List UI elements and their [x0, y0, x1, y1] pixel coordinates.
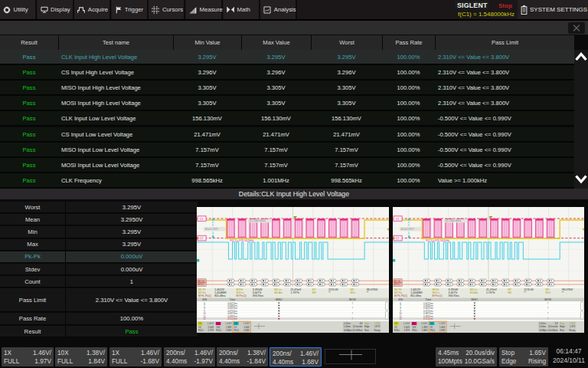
svg-text:Rising: Rising — [374, 329, 381, 332]
svg-text:1.84V: 1.84V — [226, 329, 232, 332]
svg-text:12: 12 — [399, 317, 402, 320]
svg-text:1.00V/: 1.00V/ — [439, 322, 446, 325]
svg-text:4.5102ms: 4.5102ms — [227, 317, 237, 320]
svg-text:Δ1=3.291V: Δ1=3.291V — [205, 228, 219, 231]
svg-text:-1.68V: -1.68V — [439, 329, 446, 332]
svg-text:FULL: FULL — [430, 329, 436, 332]
svg-text:5.00ms: 5.00ms — [539, 326, 547, 329]
svg-text:FULL: FULL — [234, 329, 240, 332]
svg-text:Stop: Stop — [560, 322, 564, 325]
svg-text:M:Per(2): M:Per(2) — [432, 294, 442, 297]
svg-text:T: T — [352, 312, 354, 315]
svg-text:S/N: S/N — [202, 298, 207, 301]
svg-text:C2: C2 — [200, 237, 204, 240]
svg-text:1.00V/: 1.00V/ — [421, 322, 428, 325]
svg-text:394.95ns: 394.95ns — [449, 294, 459, 297]
svg-text:MISO: MISO — [276, 298, 283, 301]
svg-text:1.00V/: 1.00V/ — [243, 322, 250, 325]
svg-text:Δ1=3.291V: Δ1=3.291V — [401, 228, 415, 231]
svg-text:1.97V: 1.97V — [208, 329, 214, 332]
svg-text:Time: Time — [230, 298, 236, 301]
svg-text:4.5102ms: 4.5102ms — [423, 317, 433, 320]
svg-text:C1: C1 — [200, 218, 204, 221]
svg-text:Time: Time — [426, 298, 432, 301]
svg-text:1.65V: 1.65V — [570, 322, 575, 325]
svg-text:100Mpts: 100Mpts — [344, 329, 352, 332]
svg-text:394.95ns: 394.95ns — [253, 294, 263, 297]
svg-text:C3: C3 — [234, 322, 237, 325]
svg-text:20.0us/div: 20.0us/div — [353, 326, 363, 329]
svg-text:Edge: Edge — [560, 326, 565, 329]
svg-text:1.97V: 1.97V — [404, 329, 410, 332]
svg-text:MISO: MISO — [394, 283, 401, 286]
svg-text:4.45ms: 4.45ms — [539, 322, 547, 325]
svg-text:4.45ms: 4.45ms — [344, 322, 351, 325]
svg-text:T: T — [547, 307, 549, 310]
svg-text:Rising: Rising — [570, 329, 576, 332]
svg-text:C2: C2 — [396, 237, 400, 240]
svg-text:C1: C1 — [396, 218, 400, 221]
svg-text:Rise: Rise — [560, 329, 564, 332]
svg-text:S/N: S/N — [398, 298, 403, 301]
svg-text:65f: 65f — [555, 322, 558, 325]
svg-text:FULL: FULL — [198, 329, 204, 332]
svg-text:C2: C2 — [217, 322, 220, 325]
svg-text:T: T — [547, 312, 549, 315]
svg-text:t(1-2)=2.60us: t(1-2)=2.60us — [250, 220, 266, 223]
svg-text:1.00V/: 1.00V/ — [225, 322, 232, 325]
svg-text:T: T — [352, 307, 354, 310]
svg-text:M8: M8 — [508, 291, 511, 294]
svg-text:MISO: MISO — [471, 298, 478, 301]
svg-text:20.0us/div: 20.0us/div — [548, 326, 558, 329]
svg-text:1.797%: 1.797% — [290, 291, 299, 294]
svg-text:10.0GSa/s: 10.0GSa/s — [352, 329, 363, 332]
svg-text:5.00ms: 5.00ms — [344, 326, 351, 329]
svg-text:MOSI: MOSI — [349, 298, 356, 301]
svg-text:M10: M10 — [546, 291, 551, 294]
svg-text:65f: 65f — [360, 322, 363, 325]
svg-text:M:Pk-Pk(1): M:Pk-Pk(1) — [394, 294, 407, 297]
svg-text:FULL: FULL — [216, 329, 222, 332]
svg-text:T: T — [547, 302, 549, 305]
svg-text:10.0GSa/s: 10.0GSa/s — [547, 329, 558, 332]
svg-text:C1: C1 — [394, 322, 397, 325]
svg-text:1.8?V: 1.8?V — [570, 326, 575, 329]
svg-text:M:Pk-Pk(1): M:Pk-Pk(1) — [198, 294, 211, 297]
svg-text:851.08ns: 851.08ns — [214, 294, 225, 297]
svg-text:1.00V/: 1.00V/ — [207, 322, 214, 325]
svg-text:MOSI: MOSI — [198, 280, 205, 283]
svg-text:C3: C3 — [430, 322, 433, 325]
svg-text:FULL: FULL — [412, 329, 418, 332]
svg-text:T: T — [352, 302, 354, 305]
svg-text:1.8?V: 1.8?V — [374, 326, 380, 329]
svg-text:MOSI: MOSI — [544, 298, 551, 301]
svg-text:M:Per(2): M:Per(2) — [237, 294, 247, 297]
svg-text:Stop: Stop — [364, 322, 369, 325]
svg-text:M8: M8 — [312, 291, 316, 294]
svg-text:M6:Am: M6:Am — [274, 291, 283, 294]
svg-text:100Mpts: 100Mpts — [539, 329, 547, 332]
svg-text:C2: C2 — [412, 322, 415, 325]
svg-text:FULL: FULL — [394, 329, 400, 332]
svg-text:-1.68V: -1.68V — [243, 329, 250, 332]
svg-text:T: T — [547, 317, 549, 320]
svg-text:F(C1)=976.562kHz: F(C1)=976.562kHz — [426, 240, 449, 243]
svg-text:12: 12 — [203, 317, 206, 320]
svg-text:MOSI: MOSI — [394, 280, 401, 283]
svg-text:851.08ns: 851.08ns — [410, 294, 421, 297]
svg-text:T: T — [352, 317, 354, 320]
svg-text:M10: M10 — [350, 291, 355, 294]
svg-text:MISO: MISO — [198, 283, 205, 286]
svg-text:Rise: Rise — [364, 329, 369, 332]
svg-text:1.84V: 1.84V — [422, 329, 428, 332]
svg-text:t(1-2)=2.60us: t(1-2)=2.60us — [446, 220, 462, 223]
svg-text:1.797%: 1.797% — [486, 291, 495, 294]
svg-text:1.00V/: 1.00V/ — [403, 322, 410, 325]
svg-text:F(C1)=976.562kHz: F(C1)=976.562kHz — [230, 240, 254, 243]
svg-text:M6:Am: M6:Am — [470, 291, 479, 294]
svg-text:C1: C1 — [198, 322, 201, 325]
svg-text:1.65V: 1.65V — [374, 322, 380, 325]
svg-text:Edge: Edge — [364, 326, 370, 329]
